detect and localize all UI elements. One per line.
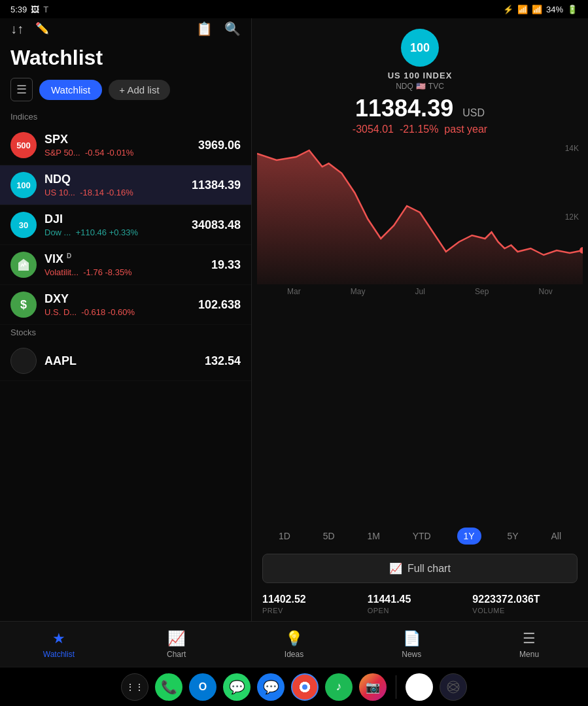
chart-icon: 📈: [389, 562, 402, 575]
stat-volume-label: VOLUME: [472, 607, 578, 614]
menu-nav-icon: ☰: [523, 630, 536, 647]
stat-open-value: 11441.45: [368, 594, 473, 605]
index-source: NDQ 🇺🇸 TVC: [396, 82, 444, 91]
list-item[interactable]: VIX D Volatilit... -1.76 -8.35% 19.33: [0, 245, 251, 285]
dock-spotify[interactable]: ♪: [325, 673, 353, 701]
tab-watchlist[interactable]: Watchlist: [39, 80, 102, 100]
dxy-price: 102.638: [198, 298, 241, 312]
dock-whatsapp[interactable]: 💬: [223, 673, 251, 701]
dxy-name: U.S. D... -0.618 -0.60%: [44, 307, 198, 317]
index-badge: 100: [401, 29, 439, 67]
watchlist-toolbar: ↓↑ ✏️ 📋 🔍: [0, 18, 251, 42]
dji-price: 34083.48: [192, 218, 241, 232]
list-item[interactable]: AAPL 132.54: [0, 341, 251, 381]
y-label-12k: 12K: [565, 212, 579, 222]
full-chart-label: Full chart: [407, 563, 451, 575]
dock-chrome[interactable]: [291, 673, 319, 701]
aapl-ticker: AAPL: [44, 354, 205, 368]
nav-ideas[interactable]: 💡 Ideas: [235, 625, 353, 664]
index-name: US 100 INDEX: [388, 71, 453, 80]
stat-volume: 9223372.036T VOLUME: [472, 594, 578, 614]
spx-ticker: SPX: [44, 133, 198, 146]
battery-label: 34%: [546, 5, 563, 14]
source-flag: 🇺🇸: [416, 82, 426, 91]
dock-grid[interactable]: ⋮⋮: [121, 673, 148, 701]
nav-chart[interactable]: 📈 Chart: [118, 625, 235, 664]
feed-icon[interactable]: 📋: [196, 21, 213, 37]
ideas-nav-label: Ideas: [285, 650, 303, 659]
stat-prev: 11402.52 PREV: [262, 594, 368, 614]
status-tesla-icon: T: [43, 5, 48, 14]
tab-all[interactable]: All: [545, 528, 568, 545]
ndq-ticker: NDQ: [44, 173, 192, 186]
watchlist-panel: ↓↑ ✏️ 📋 🔍 Watchlist ☰ Watchlist + Add li…: [0, 18, 252, 621]
watchlist-nav-label: Watchlist: [43, 650, 75, 659]
index-price: 11384.39 USD: [355, 95, 485, 122]
dock-outlook[interactable]: O: [189, 673, 216, 701]
source-provider: TVC: [428, 82, 444, 91]
ideas-nav-icon: 💡: [285, 630, 303, 647]
dock-play-store[interactable]: ▶: [406, 673, 433, 701]
news-nav-label: News: [402, 650, 421, 659]
vix-ticker: VIX D: [44, 252, 211, 266]
bluetooth-icon: ⚡: [503, 5, 513, 14]
aapl-price: 132.54: [205, 354, 241, 368]
dji-name: Dow ... +110.46 +0.33%: [44, 227, 192, 237]
dock-divider: [396, 675, 396, 699]
chart-area: 14K 12K Mar May Jul Sep Nov: [252, 141, 588, 522]
vix-name: Volatilit... -1.76 -8.35%: [44, 267, 211, 277]
aapl-icon: [10, 348, 37, 374]
dji-ticker: DJI: [44, 212, 192, 226]
dock-camera[interactable]: 📷: [359, 673, 387, 701]
stat-prev-label: PREV: [262, 607, 368, 614]
tab-5d[interactable]: 5D: [317, 528, 341, 545]
dock-phone[interactable]: 📞: [155, 673, 182, 701]
tab-1m[interactable]: 1M: [360, 528, 386, 545]
tab-1d[interactable]: 1D: [272, 528, 297, 545]
watchlist-nav-icon: ★: [52, 630, 65, 647]
dock-galaxy[interactable]: [440, 673, 467, 701]
section-indices: Indices: [0, 109, 251, 126]
dock-messenger[interactable]: 💬: [257, 673, 285, 701]
app-dock: ⋮⋮ 📞 O 💬 💬 ♪ 📷 ▶: [0, 667, 588, 706]
tab-add-list[interactable]: + Add list: [109, 80, 169, 100]
nav-news[interactable]: 📄 News: [353, 625, 470, 664]
tab-5y[interactable]: 5Y: [501, 528, 525, 545]
detail-panel: 100 US 100 INDEX NDQ 🇺🇸 TVC 11384.39 USD…: [252, 18, 588, 621]
list-item[interactable]: 500 SPX S&P 50... -0.54 -0.01% 3969.06: [0, 126, 251, 165]
index-header: 100 US 100 INDEX NDQ 🇺🇸 TVC 11384.39 USD…: [252, 18, 588, 141]
search-icon[interactable]: 🔍: [224, 21, 241, 37]
menu-nav-label: Menu: [519, 650, 539, 659]
edit-icon[interactable]: ✏️: [35, 22, 49, 37]
chart-svg: [257, 141, 583, 284]
list-item[interactable]: 100 NDQ US 10... -18.14 -0.16% 11384.39: [0, 165, 251, 205]
dxy-ticker: DXY: [44, 292, 198, 306]
wifi-icon: 📶: [517, 5, 528, 14]
list-item[interactable]: $ DXY U.S. D... -0.618 -0.60% 102.638: [0, 285, 251, 325]
sort-icon[interactable]: ↓↑: [10, 22, 24, 37]
nav-watchlist[interactable]: ★ Watchlist: [0, 625, 118, 664]
list-item[interactable]: 30 DJI Dow ... +110.46 +0.33% 34083.48: [0, 205, 251, 245]
tab-menu-icon[interactable]: ☰: [10, 78, 33, 101]
nav-menu[interactable]: ☰ Menu: [470, 625, 588, 664]
svg-point-2: [302, 684, 307, 690]
ndq-name: US 10... -18.14 -0.16%: [44, 188, 192, 197]
stat-volume-value: 9223372.036T: [472, 594, 578, 605]
status-time: 5:39: [10, 5, 27, 14]
battery-icon: 🔋: [567, 5, 578, 14]
status-bar: 5:39 🖼 T ⚡ 📶 📶 34% 🔋: [0, 0, 588, 18]
ndq-price: 11384.39: [192, 178, 241, 192]
stat-open-label: OPEN: [368, 607, 473, 614]
signal-icon: 📶: [532, 5, 542, 14]
index-change: -3054.01 -21.15% past year: [353, 124, 487, 135]
stats-row: 11402.52 PREV 11441.45 OPEN 9223372.036T…: [252, 587, 588, 621]
full-chart-button[interactable]: 📈 Full chart: [262, 554, 578, 583]
source-ticker: NDQ: [396, 82, 413, 91]
tab-1y[interactable]: 1Y: [457, 528, 481, 545]
spx-price: 3969.06: [198, 139, 241, 152]
indices-list: 500 SPX S&P 50... -0.54 -0.01% 3969.06 1…: [0, 126, 251, 621]
page-title: Watchlist: [0, 42, 251, 78]
spx-icon: 500: [10, 132, 37, 158]
dji-icon: 30: [10, 212, 37, 238]
tab-ytd[interactable]: YTD: [406, 528, 438, 545]
